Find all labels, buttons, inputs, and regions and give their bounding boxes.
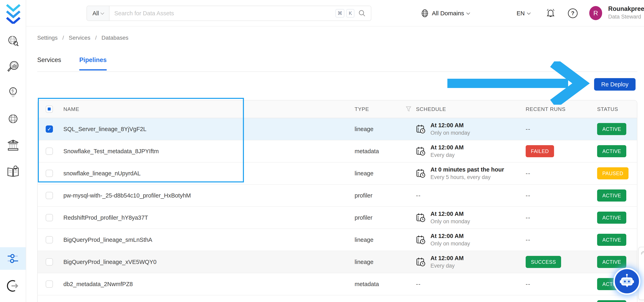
- breadcrumb-settings[interactable]: Settings: [37, 35, 58, 41]
- recent-runs-empty: --: [526, 236, 530, 243]
- pipeline-type: profiler: [354, 192, 372, 199]
- table-body: SQL_Server_lineage_8YjVgF2L lineage At 1…: [38, 118, 637, 302]
- explore-icon[interactable]: [7, 35, 20, 48]
- status-badge[interactable]: ACTIVE: [597, 256, 626, 268]
- row-checkbox[interactable]: [46, 214, 53, 221]
- domains-icon[interactable]: [7, 112, 20, 125]
- row-checkbox[interactable]: [46, 126, 53, 133]
- pipeline-name[interactable]: SQL_Server_lineage_8YjVgF2L: [64, 126, 146, 132]
- status-badge[interactable]: ACTIVE: [597, 212, 626, 224]
- pipeline-name[interactable]: pw-mysql-with-_25-d8b54c10_profiler_HxBo…: [64, 192, 191, 199]
- schedule-frequency: Only on monday: [430, 130, 470, 136]
- global-search: All ⌘ K: [86, 6, 371, 21]
- row-checkbox[interactable]: [46, 258, 53, 266]
- user-role: Data Steward: [608, 14, 644, 20]
- schedule-frequency: Only on monday: [430, 218, 470, 225]
- status-badge[interactable]: ACTIVE: [597, 145, 626, 157]
- govern-icon[interactable]: [7, 139, 20, 152]
- search-scope-dropdown[interactable]: All: [87, 6, 110, 20]
- table-row[interactable]: db2_metadata_2NwmfPZ8 metadata -- -- ACT…: [38, 273, 637, 295]
- openmetadata-logo-icon[interactable]: [6, 4, 20, 24]
- row-checkbox[interactable]: [46, 280, 53, 288]
- logout-icon[interactable]: [7, 280, 20, 292]
- schedule-empty: --: [416, 192, 421, 199]
- status-badge[interactable]: ACTIVE: [597, 234, 626, 246]
- recent-run-badge[interactable]: FAILED: [526, 145, 554, 157]
- settings-icon: [6, 252, 19, 265]
- status-badge[interactable]: ACTIVE: [597, 123, 626, 135]
- table-row[interactable]: snowflake_lineage_nUpyrdAL lineage At 0 …: [38, 162, 637, 184]
- help-icon[interactable]: ?: [568, 8, 578, 18]
- tab-services[interactable]: Services: [37, 56, 61, 70]
- filter-icon[interactable]: [406, 106, 411, 112]
- pipeline-name[interactable]: Snowflake_Test_metadata_8JPYIftm: [64, 148, 159, 154]
- status-badge[interactable]: ACTIVE: [597, 300, 626, 302]
- knowledge-center-icon[interactable]: [7, 165, 20, 178]
- collapsed-edge-widget[interactable]: [638, 247, 644, 300]
- pipeline-type: lineage: [354, 259, 374, 265]
- search-icon[interactable]: [358, 10, 366, 17]
- breadcrumb-services[interactable]: Services: [69, 35, 90, 41]
- table-header-row: NAME TYPE SCHEDULE RECENT RUNS STATUS: [38, 100, 637, 118]
- schedule-time: At 12:00 AM: [430, 233, 470, 240]
- pipeline-type: metadata: [354, 148, 379, 154]
- pipelines-table: NAME TYPE SCHEDULE RECENT RUNS STATUS SQ…: [37, 100, 637, 302]
- table-row[interactable]: Snowflake_Test_metadata_8JPYIftm metadat…: [38, 140, 637, 162]
- user-avatar[interactable]: R: [589, 6, 602, 20]
- table-row[interactable]: BigQueryProd_lineage_xVE5WQY0 lineage At…: [38, 251, 637, 273]
- breadcrumb-databases[interactable]: Databases: [102, 35, 128, 41]
- chevron-down-icon: [100, 11, 104, 14]
- schedule-calendar-icon: [416, 257, 426, 267]
- language-dropdown[interactable]: EN: [516, 0, 530, 26]
- tab-pipelines[interactable]: Pipelines: [79, 56, 107, 70]
- status-badge[interactable]: ACTIVE: [597, 190, 626, 202]
- pipeline-name[interactable]: BigQueryProd_lineage_xVE5WQY0: [64, 259, 156, 265]
- annotation-arrow: [444, 62, 591, 105]
- row-checkbox[interactable]: [46, 148, 53, 155]
- pipeline-name[interactable]: snowflake_lineage_nUpyrdAL: [64, 170, 141, 177]
- table-row[interactable]: pw-mysql-with-_25-d8b54c10_profiler_HxBo…: [38, 184, 637, 207]
- schedule-calendar-icon: [416, 124, 426, 134]
- user-menu[interactable]: Rounakpreet.d Data Steward: [608, 5, 644, 20]
- pipeline-name[interactable]: db2_metadata_2NwmfPZ8: [64, 281, 133, 288]
- row-checkbox[interactable]: [46, 236, 53, 244]
- redeploy-button[interactable]: Re Deploy: [594, 78, 636, 90]
- pipeline-type: profiler: [354, 214, 372, 221]
- recent-runs-empty: --: [526, 192, 530, 199]
- domains-dropdown[interactable]: All Domains: [420, 0, 470, 26]
- notifications-bell-icon[interactable]: [546, 7, 556, 18]
- col-recent-runs: RECENT RUNS: [526, 106, 566, 112]
- select-all-checkbox[interactable]: [46, 106, 53, 113]
- language-label: EN: [516, 10, 525, 17]
- tab-bar: Services Pipelines: [37, 56, 107, 70]
- table-row[interactable]: RedshiftProd_profiler_hY8ya37T profiler …: [38, 207, 637, 229]
- schedule-time: At 12:00 AM: [430, 210, 470, 217]
- insights-icon[interactable]: [7, 85, 20, 98]
- recent-run-badge[interactable]: SUCCESS: [526, 256, 561, 268]
- col-schedule: SCHEDULE: [416, 106, 446, 112]
- col-status: STATUS: [597, 106, 618, 112]
- search-scope-label: All: [92, 10, 99, 17]
- schedule-calendar-icon: [416, 146, 426, 156]
- pipeline-name[interactable]: BigQueryProd_lineage_smLnSthA: [64, 236, 152, 243]
- pipeline-name[interactable]: RedshiftProd_profiler_hY8ya37T: [64, 214, 148, 221]
- tab-divider: [37, 72, 637, 72]
- schedule-calendar-icon: [416, 168, 426, 178]
- breadcrumb-separator: /: [95, 35, 97, 41]
- pipeline-type: lineage: [354, 126, 374, 132]
- breadcrumb-separator: /: [62, 35, 64, 41]
- chatbot-button[interactable]: [614, 268, 640, 295]
- widget-handle-icon: [640, 250, 644, 255]
- observability-icon[interactable]: [7, 60, 20, 73]
- table-row[interactable]: SQL_Server_lineage_8YjVgF2L lineage At 1…: [38, 118, 637, 140]
- recent-runs-empty: --: [526, 281, 530, 288]
- row-checkbox[interactable]: [46, 170, 53, 177]
- cmd-keycap: ⌘: [336, 9, 344, 18]
- sidebar-item-settings-active[interactable]: [0, 247, 26, 270]
- row-checkbox[interactable]: [46, 192, 53, 199]
- table-row[interactable]: meetup_lineage_gBY00VKg lineage -- -- AC…: [38, 295, 637, 302]
- search-input[interactable]: [110, 6, 336, 20]
- table-row[interactable]: BigQueryProd_lineage_smLnSthA lineage At…: [38, 229, 637, 251]
- status-badge[interactable]: PAUSED: [597, 167, 628, 180]
- schedule-frequency: Every 5 hours, every day: [430, 174, 504, 180]
